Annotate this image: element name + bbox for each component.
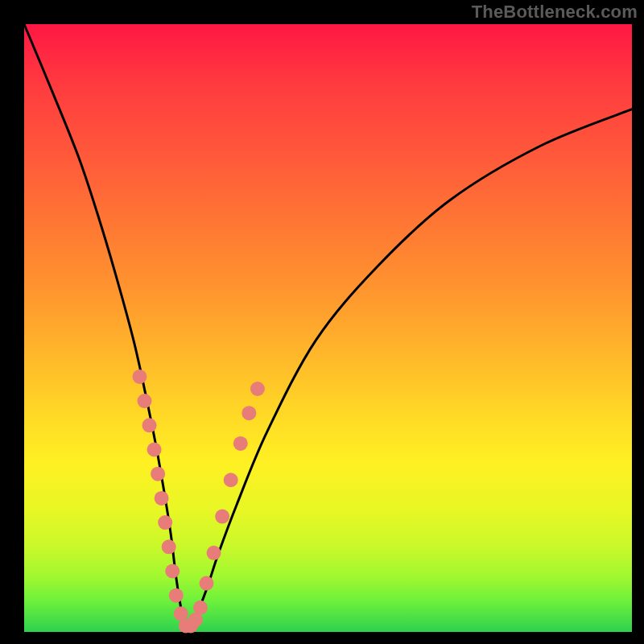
marker-dot	[147, 443, 162, 457]
marker-dot	[224, 473, 238, 487]
marker-dot	[158, 515, 172, 530]
marker-dot	[155, 491, 169, 506]
marker-dot	[162, 539, 176, 554]
marker-dot	[142, 418, 157, 432]
watermark-text: TheBottleneck.com	[472, 2, 638, 23]
marker-dot	[215, 510, 229, 524]
marker-dot	[169, 588, 184, 603]
marker-dot	[207, 546, 221, 560]
chart-svg	[24, 24, 632, 632]
marker-dot	[250, 382, 265, 396]
chart-frame: TheBottleneck.com	[0, 0, 644, 644]
marker-dot	[137, 394, 151, 408]
marker-dots-group	[132, 369, 264, 634]
marker-dot	[193, 601, 208, 615]
marker-dot	[151, 467, 165, 481]
bottleneck-curve	[24, 24, 632, 626]
marker-dot	[233, 436, 248, 451]
marker-dot	[165, 564, 180, 579]
marker-dot	[242, 406, 256, 420]
plot-area	[24, 24, 632, 632]
marker-dot	[200, 576, 214, 591]
marker-dot	[132, 369, 147, 384]
